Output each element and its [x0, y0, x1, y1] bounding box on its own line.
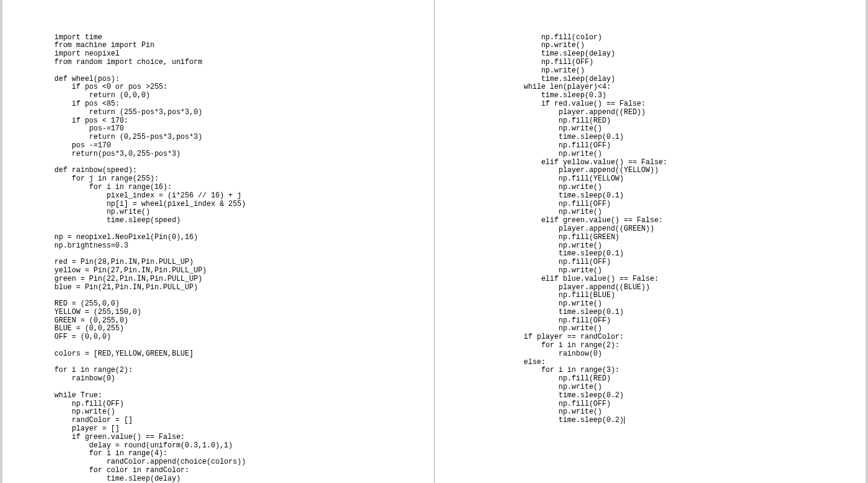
code-line: pixel_index = (i*256 // 16) + j: [54, 192, 434, 200]
code-line: YELLOW = (255,150,0): [54, 309, 434, 317]
code-line: np.write(): [489, 150, 869, 159]
code-line: def rainbow(speed):: [54, 167, 434, 175]
code-line: np.write(): [489, 300, 869, 309]
code-line: np.fill(OFF): [489, 59, 869, 67]
document-container: import timefrom machine import Pinimport…: [0, 0, 868, 483]
code-line: pos -=170: [54, 142, 434, 150]
code-line: time.sleep(delay): [54, 475, 434, 483]
code-line: for j in range(255):: [54, 175, 434, 184]
code-line: if pos < 170:: [54, 117, 434, 126]
code-line: np.fill(color): [489, 34, 869, 42]
code-line: return (255-pos*3,pos*3,0): [54, 109, 434, 117]
code-line: if pos <0 or pos >255:: [54, 83, 434, 92]
code-line: player.append((BLUE)): [489, 284, 869, 292]
code-line: [54, 292, 434, 300]
code-line: np.fill(RED): [489, 375, 869, 383]
code-line: for i in range(4):: [54, 450, 434, 458]
code-line: [54, 67, 434, 75]
code-line: import time: [54, 34, 434, 42]
code-line: else:: [489, 359, 869, 367]
code-line: import neopixel: [54, 50, 434, 59]
code-line: green = Pin(22,Pin.IN,Pin.PULL_UP): [54, 275, 434, 284]
code-line: player = []: [54, 425, 434, 433]
right-column: np.fill(color) np.write() time.sleep(del…: [435, 0, 869, 483]
code-line: delay = round(uniform(0.3,1.0),1): [54, 442, 434, 450]
code-line: [54, 159, 434, 167]
code-line: randColor.append(choice(colors)): [54, 458, 434, 467]
code-line: player.append((RED)): [489, 109, 869, 117]
code-line: np.fill(RED): [489, 117, 869, 126]
code-line: np.write(): [489, 383, 869, 392]
code-line: def wheel(pos):: [54, 75, 434, 84]
code-line: if player == randColor:: [489, 333, 869, 342]
code-line: np.write(): [489, 67, 869, 75]
code-line: np.write(): [489, 184, 869, 192]
code-line: randColor = []: [54, 417, 434, 425]
code-line: np.fill(OFF): [489, 142, 869, 150]
code-line: [54, 342, 434, 350]
code-line: from random import choice, uniform: [54, 59, 434, 67]
code-line: time.sleep(0.1): [489, 309, 869, 317]
code-line: np.brightness=0.3: [54, 242, 434, 251]
code-line: if red.value() == False:: [489, 100, 869, 109]
code-line: rainbow(0): [489, 350, 869, 359]
code-line: np.fill(YELLOW): [489, 175, 869, 184]
code-line: [54, 359, 434, 367]
code-line: pos-=170: [54, 125, 434, 133]
code-line: elif blue.value() == False:: [489, 275, 869, 284]
code-line: np.write(): [489, 242, 869, 251]
code-line: np.fill(OFF): [54, 400, 434, 409]
code-line: np.fill(OFF): [489, 400, 869, 409]
code-line: np = neopixel.NeoPixel(Pin(0),16): [54, 234, 434, 242]
code-line: while True:: [54, 392, 434, 400]
code-line: np.write(): [54, 408, 434, 417]
text-cursor: [624, 417, 625, 424]
code-line: elif green.value() == False:: [489, 217, 869, 225]
code-line: colors = [RED,YELLOW,GREEN,BLUE]: [54, 350, 434, 359]
code-line: np[i] = wheel(pixel_index & 255): [54, 200, 434, 209]
code-line: BLUE = (0,0,255): [54, 325, 434, 333]
code-line: player.append((YELLOW)): [489, 167, 869, 175]
code-line: rainbow(0): [54, 375, 434, 383]
code-line: time.sleep(0.2): [489, 417, 869, 425]
code-line: np.fill(BLUE): [489, 292, 869, 300]
code-line: if pos <85:: [54, 100, 434, 109]
right-code-content: np.fill(color) np.write() time.sleep(del…: [489, 34, 869, 426]
code-line: return (0,255-pos*3,pos*3): [54, 133, 434, 142]
code-line: time.sleep(0.1): [489, 250, 869, 258]
code-line: np.fill(OFF): [489, 200, 869, 209]
code-line: elif yellow.value() == False:: [489, 159, 869, 167]
code-line: OFF = (0,0,0): [54, 333, 434, 342]
code-line: player.append((GREEN)): [489, 225, 869, 234]
right-page-edge: [866, 0, 868, 483]
code-line: np.write(): [489, 208, 869, 217]
code-line: yellow = Pin(27,Pin.IN,Pin.PULL_UP): [54, 267, 434, 275]
code-line: np.write(): [489, 42, 869, 50]
code-line: np.fill(GREEN): [489, 234, 869, 242]
code-line: time.sleep(delay): [489, 50, 869, 59]
code-line: time.sleep(0.3): [489, 92, 869, 100]
code-line: from machine import Pin: [54, 42, 434, 50]
code-line: for i in range(2):: [489, 342, 869, 350]
code-line: time.sleep(0.1): [489, 192, 869, 200]
code-line: for i in range(2):: [54, 366, 434, 375]
code-line: RED = (255,0,0): [54, 300, 434, 309]
code-line: np.write(): [489, 408, 869, 417]
code-line: if green.value() == False:: [54, 433, 434, 442]
code-line: for i in range(3):: [489, 366, 869, 375]
code-line: np.write(): [489, 325, 869, 333]
left-code-content: import timefrom machine import Pinimport…: [54, 34, 434, 483]
left-column: import timefrom machine import Pinimport…: [0, 0, 435, 483]
code-line: [54, 225, 434, 234]
code-line: return(pos*3,0,255-pos*3): [54, 150, 434, 159]
code-line: GREEN = (0,255,0): [54, 317, 434, 325]
code-line: time.sleep(0.2): [489, 392, 869, 400]
code-line: red = Pin(28,Pin.IN,Pin.PULL_UP): [54, 258, 434, 267]
code-line: np.fill(OFF): [489, 258, 869, 267]
code-line: return (0,0,0): [54, 92, 434, 100]
code-line: time.sleep(0.1): [489, 133, 869, 142]
code-line: blue = Pin(21,Pin.IN,Pin.PULL_UP): [54, 284, 434, 292]
code-line: np.fill(OFF): [489, 317, 869, 325]
code-line: np.write(): [489, 267, 869, 275]
code-line: for i in range(16):: [54, 184, 434, 192]
